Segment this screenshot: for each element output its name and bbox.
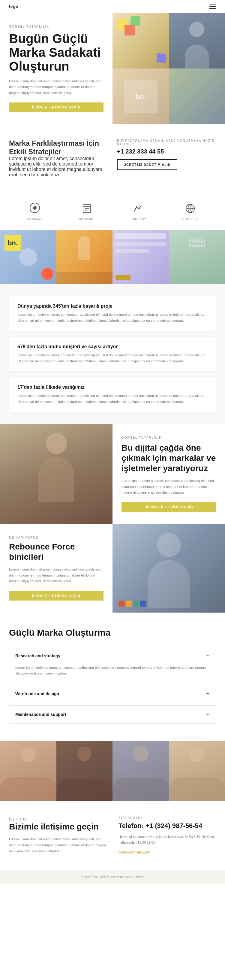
stat-title-1: Dünya çapında 345'ten fazla başarılı pro… bbox=[17, 304, 208, 309]
accordion-title-1: Research and strategy bbox=[15, 654, 60, 658]
brand-right: BİR PAZARLAMA UZMANLARLA KONUŞMAYA HAZIR… bbox=[117, 139, 216, 178]
section3-tag: NE YAPIYORUZ bbox=[9, 536, 103, 539]
accordion-main-title: Güçlü Marka Oluşturma bbox=[9, 628, 216, 638]
team-photo-2 bbox=[56, 741, 113, 801]
accordion-item-2: Wireframe and design + bbox=[9, 685, 216, 703]
contact-phone: Telefon: +1 (324) 987-56-54 bbox=[119, 822, 216, 830]
brand-section: Marka Farklılaştırması İçin Etkili Strat… bbox=[0, 124, 225, 192]
logo-item-2: COMPANY bbox=[79, 202, 95, 221]
logo-icon-2 bbox=[81, 202, 93, 216]
section3-desc: Lorem ipsum dolor sit amet, consectetur … bbox=[9, 566, 103, 584]
hamburger-menu[interactable] bbox=[209, 5, 216, 9]
team-photo-3 bbox=[112, 741, 169, 801]
section3-title: Rebounce Force binicileri bbox=[9, 542, 103, 562]
visual2-content: GÖRSEL TUTARLILIK Bu dijital çağda öne ç… bbox=[112, 424, 225, 523]
hero-image-4 bbox=[169, 68, 225, 124]
section3-left: NE YAPIYORUZ Rebounce Force binicileri L… bbox=[0, 524, 112, 612]
logo-label-1: COMPANY bbox=[27, 218, 43, 221]
stat-title-3: 17'den fazla ülkede varlığımız bbox=[17, 385, 208, 390]
hero-description: Lorem ipsum dolor sit amet, consectetur … bbox=[9, 78, 103, 96]
logo-item-4: COMPANY bbox=[182, 202, 198, 221]
svg-point-1 bbox=[33, 206, 36, 210]
accordion-title-3: Maintenance and support bbox=[15, 712, 66, 717]
logo-item-3: COMPANY bbox=[130, 202, 146, 221]
accordion-item-3: Maintenance and support + bbox=[9, 705, 216, 724]
logo-icon-3 bbox=[132, 202, 144, 216]
visual2-desc: Lorem ipsum dolor sit amet, consectetur … bbox=[122, 478, 216, 496]
visual2-tag: GÖRSEL TUTARLILIK bbox=[122, 436, 216, 439]
section3: NE YAPIYORUZ Rebounce Force binicileri L… bbox=[0, 524, 225, 612]
logo-label-2: COMPANY bbox=[79, 218, 95, 221]
section3-cta-button[interactable]: BİZİMLE İLETİŞİME GEÇİN bbox=[9, 591, 103, 601]
accordion-item-1: Research and strategy + Lorem ipsum dolo… bbox=[9, 647, 216, 682]
navbar: logo bbox=[0, 0, 225, 13]
accordion-icon-3: + bbox=[206, 711, 210, 718]
hero-image-2 bbox=[169, 13, 225, 68]
logo-item-1: COMPANY bbox=[27, 202, 43, 221]
brand-description: Lorem ipsum dolor sit amet, consectetur … bbox=[9, 156, 108, 178]
team-photo-1 bbox=[0, 741, 56, 801]
hero-tag: GÖRSEL TUTARLILIK bbox=[9, 25, 103, 28]
brand-right-tag: BİR PAZARLAMA UZMANLARLA KONUŞMAYA HAZIR… bbox=[117, 139, 216, 146]
footer-text: Sample text. Click to select the Text El… bbox=[79, 875, 146, 879]
stat-desc-2: Lorem ipsum dolor sit amet, consectetur … bbox=[17, 352, 208, 364]
contact-hours: Herhangi bir sorunuz varsa lütfen bizi a… bbox=[119, 834, 216, 845]
gallery-section: bn. ⌨ bbox=[0, 230, 225, 284]
accordion-header-2[interactable]: Wireframe and design + bbox=[9, 685, 216, 703]
contact-right: BİZİ ARAYIN Telefon: +1 (324) 987-56-54 … bbox=[119, 816, 216, 855]
visual2-section: GÖRSEL TUTARLILIK Bu dijital çağda öne ç… bbox=[0, 424, 225, 523]
contact-email[interactable]: ornek@ornek.com bbox=[119, 850, 150, 854]
section3-image bbox=[112, 524, 225, 612]
hero-cta-button[interactable]: BİZİMLE İLETİŞİME GEÇİN bbox=[9, 102, 103, 112]
hero-title: Bugün Güçlü Marka Sadakati Oluşturun bbox=[9, 32, 103, 73]
team-photo-4 bbox=[169, 741, 225, 801]
hero-images: bn. bbox=[112, 13, 225, 124]
logo-icon-4 bbox=[184, 202, 196, 216]
gallery-item-3 bbox=[112, 230, 169, 284]
logo: logo bbox=[9, 4, 18, 9]
stat-desc-3: Lorem ipsum dolor sit amet, consectetur … bbox=[17, 393, 208, 405]
contact-right-tag: BİZİ ARAYIN bbox=[119, 816, 216, 819]
brand-phone: +1 232 333 44 55 bbox=[117, 148, 216, 155]
logos-section: COMPANY COMPANY COMPANY COMPANY bbox=[0, 192, 225, 230]
accordion-icon-1: + bbox=[206, 652, 210, 659]
contact-title: Bizimle iletişime geçin bbox=[9, 822, 106, 832]
visual2-cta-button[interactable]: BİZİMLE İLETİŞİME GEÇİN bbox=[122, 502, 216, 512]
stat-item-1: Dünya çapında 345'ten fazla başarılı pro… bbox=[9, 296, 216, 331]
hero-image-1 bbox=[112, 13, 169, 68]
brand-title: Marka Farklılaştırması İçin Etkili Strat… bbox=[9, 139, 108, 156]
gallery-item-4: ⌨ bbox=[169, 230, 225, 284]
hero-image-3: bn. bbox=[112, 68, 169, 124]
brand-cta-button[interactable]: ÜCRETSİZ DENETİM ALIN bbox=[117, 159, 177, 170]
contact-description: Lorem ipsum dolor sit amet, consectetur … bbox=[9, 837, 106, 854]
logo-label-4: COMPANY bbox=[182, 218, 198, 221]
accordion-section: Güçlü Marka Oluşturma Research and strat… bbox=[0, 612, 225, 741]
visual2-image bbox=[0, 424, 112, 523]
footer: Sample text. Click to select the Text El… bbox=[0, 870, 225, 884]
brand-left: Marka Farklılaştırması İçin Etkili Strat… bbox=[9, 139, 108, 178]
team-photos-section bbox=[0, 741, 225, 801]
accordion-header-3[interactable]: Maintenance and support + bbox=[9, 706, 216, 724]
stats-section: Dünya çapında 345'ten fazla başarılı pro… bbox=[0, 284, 225, 424]
accordion-header-1[interactable]: Research and strategy + bbox=[9, 647, 216, 665]
contact-left: İLETİŞİM Bizimle iletişime geçin Lorem i… bbox=[9, 816, 106, 855]
accordion-body-1: Lorem ipsum dolor sit amet, consectetur … bbox=[9, 665, 216, 682]
contact-tag: İLETİŞİM bbox=[9, 818, 26, 821]
logo-icon-1 bbox=[29, 202, 41, 216]
visual2-title: Bu dijital çağda öne çıkmak için markala… bbox=[122, 443, 216, 473]
accordion-icon-2: + bbox=[206, 690, 210, 697]
stat-item-3: 17'den fazla ülkede varlığımız Lorem ips… bbox=[9, 377, 216, 412]
stat-desc-1: Lorem ipsum dolor sit amet, consectetur … bbox=[17, 312, 208, 324]
stat-item-2: 678'den fazla mutlu müşteri ve sayısı ar… bbox=[9, 337, 216, 371]
hero-section: GÖRSEL TUTARLILIK Bugün Güçlü Marka Sada… bbox=[0, 13, 225, 124]
hero-content: GÖRSEL TUTARLILIK Bugün Güçlü Marka Sada… bbox=[0, 13, 112, 124]
accordion-title-2: Wireframe and design bbox=[15, 691, 59, 696]
logo-label-3: COMPANY bbox=[130, 218, 146, 221]
contact-section: İLETİŞİM Bizimle iletişime geçin Lorem i… bbox=[0, 801, 225, 870]
gallery-item-1: bn. bbox=[0, 230, 56, 284]
stat-title-2: 678'den fazla mutlu müşteri ve sayısı ar… bbox=[17, 344, 208, 349]
gallery-item-2 bbox=[56, 230, 113, 284]
